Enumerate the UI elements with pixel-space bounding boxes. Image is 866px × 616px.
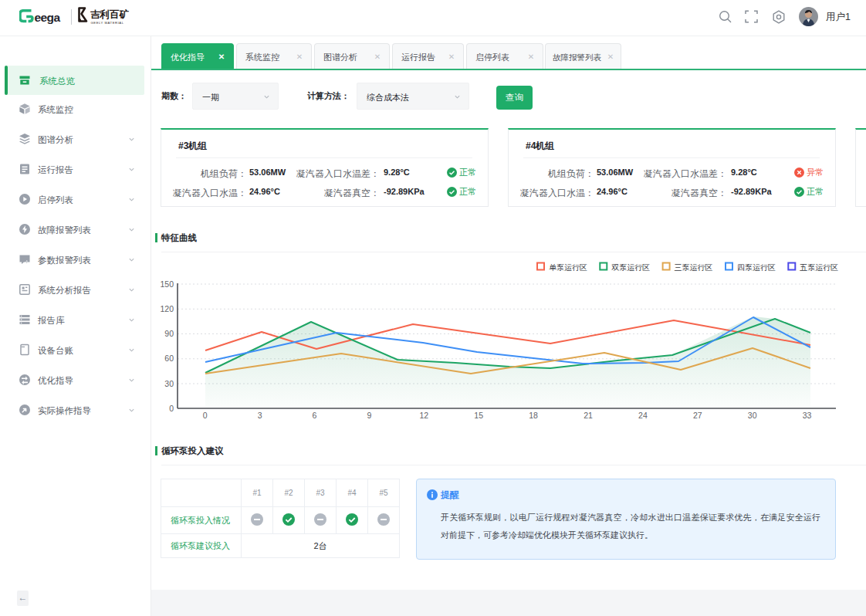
svg-text:eega: eega [35, 11, 61, 24]
svg-text:单泵运行区: 单泵运行区 [549, 263, 587, 272]
svg-text:3: 3 [258, 411, 262, 420]
svg-text:30: 30 [164, 379, 174, 388]
svg-text:吉利百矿: 吉利百矿 [90, 8, 130, 20]
svg-text:三泵运行区: 三泵运行区 [675, 263, 713, 272]
svg-text:9: 9 [367, 411, 371, 420]
svg-text:120: 120 [160, 304, 174, 313]
svg-text:四泵运行区: 四泵运行区 [737, 263, 776, 272]
svg-text:27: 27 [693, 411, 702, 420]
svg-text:150: 150 [160, 279, 174, 289]
svg-text:12: 12 [419, 411, 428, 420]
svg-text:GEELY MATERIAL: GEELY MATERIAL [91, 21, 124, 25]
svg-text:90: 90 [164, 329, 174, 338]
svg-text:30: 30 [748, 411, 757, 420]
svg-text:60: 60 [164, 354, 174, 363]
svg-text:33: 33 [803, 411, 812, 420]
svg-text:18: 18 [529, 411, 538, 420]
svg-text:0: 0 [203, 411, 208, 420]
svg-text:0: 0 [169, 404, 174, 413]
svg-text:21: 21 [584, 411, 593, 420]
svg-text:15: 15 [474, 411, 483, 420]
svg-text:五泵运行区: 五泵运行区 [800, 263, 838, 272]
svg-text:双泵运行区: 双泵运行区 [611, 263, 650, 272]
svg-text:6: 6 [313, 411, 317, 420]
svg-text:24: 24 [638, 411, 648, 420]
